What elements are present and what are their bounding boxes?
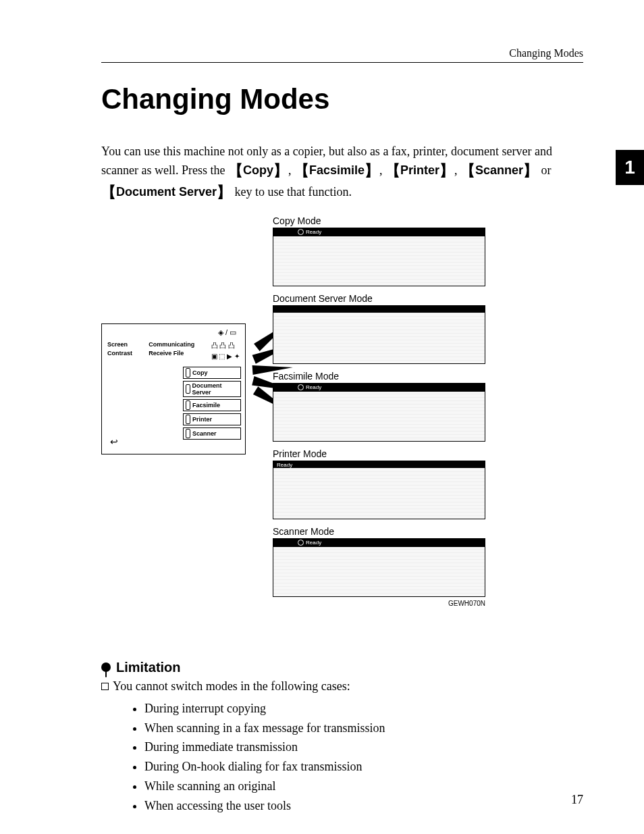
figure-area: ◈/▭ Screen Contrast Communicating Receiv… [101, 215, 583, 648]
control-panel-sketch: ◈/▭ Screen Contrast Communicating Receiv… [101, 323, 246, 454]
sep-1: , [288, 163, 294, 177]
limitation-list: During interrupt copying When scanning i… [101, 699, 583, 816]
control-panel-wrapper: ◈/▭ Screen Contrast Communicating Receiv… [101, 215, 246, 454]
list-item: When accessing the user tools [144, 796, 583, 816]
sep-3: , [454, 163, 460, 177]
screen-title-scanner: Scanner Mode [273, 526, 485, 537]
list-item: During interrupt copying [144, 699, 583, 719]
sep-2: , [379, 163, 385, 177]
limitation-heading: Limitation [101, 660, 583, 675]
key-scanner: Scanner [475, 163, 523, 177]
back-arrow-icon: ↩ [110, 436, 118, 447]
limitation-lead: You cannot switch modes in the following… [101, 679, 583, 694]
panel-btn-printer: Printer [183, 413, 241, 425]
panel-btn-facsimile: Facsimile [183, 399, 241, 411]
mode-screens-column: Copy Mode Ready Document Server Mode Fac… [273, 215, 485, 608]
panel-label-receive-file: Receive File [149, 350, 194, 357]
panel-btn-copy: Copy [183, 367, 241, 379]
tray-icon: 凸 凸 凸 [211, 341, 240, 350]
screen-title-fax: Facsimile Mode [273, 371, 485, 382]
limitation-heading-text: Limitation [116, 660, 181, 675]
page-number: 17 [571, 793, 583, 807]
panel-label-contrast: Contrast [107, 350, 132, 357]
list-item: When scanning in a fax message for trans… [144, 719, 583, 738]
intro-paragraph: You can use this machine not only as a c… [101, 142, 583, 203]
list-item: While scanning an original [144, 777, 583, 796]
chapter-thumb-tab: 1 [616, 150, 644, 185]
screen-fax: Ready [273, 383, 485, 442]
panel-top-icons: ◈/▭ [106, 328, 241, 337]
panel-btn-document-server: Document Server [183, 381, 241, 397]
figure-code: GEWH070N [273, 600, 485, 607]
panel-label-communicating: Communicating [149, 342, 194, 348]
pin-icon [101, 662, 111, 672]
misc-icons: ▣ ⬚ ▶ ✦ [211, 353, 240, 360]
screen-copy: Ready [273, 228, 485, 286]
screen-printer: Ready [273, 461, 485, 519]
limitation-section: Limitation You cannot switch modes in th… [101, 660, 583, 816]
key-copy: Copy [243, 163, 273, 177]
running-head: Changing Modes [101, 47, 583, 63]
list-item: During immediate transmission [144, 737, 583, 757]
list-item: During On-hook dialing for fax transmiss… [144, 757, 583, 777]
panel-btn-scanner: Scanner [183, 427, 241, 440]
screen-docserver [273, 305, 485, 364]
screen-title-printer: Printer Mode [273, 448, 485, 459]
intro-or: or [541, 163, 552, 177]
screen-title-docserver: Document Server Mode [273, 293, 485, 304]
key-facsimile: Facsimile [309, 163, 365, 177]
intro-text-2: key to use that function. [235, 185, 352, 199]
page-title: Changing Modes [101, 83, 583, 115]
screen-title-copy: Copy Mode [273, 215, 485, 226]
panel-label-screen: Screen [107, 342, 132, 348]
key-printer: Printer [400, 163, 439, 177]
key-document-server: Document Server [116, 185, 217, 199]
screen-scanner: Ready [273, 538, 485, 597]
